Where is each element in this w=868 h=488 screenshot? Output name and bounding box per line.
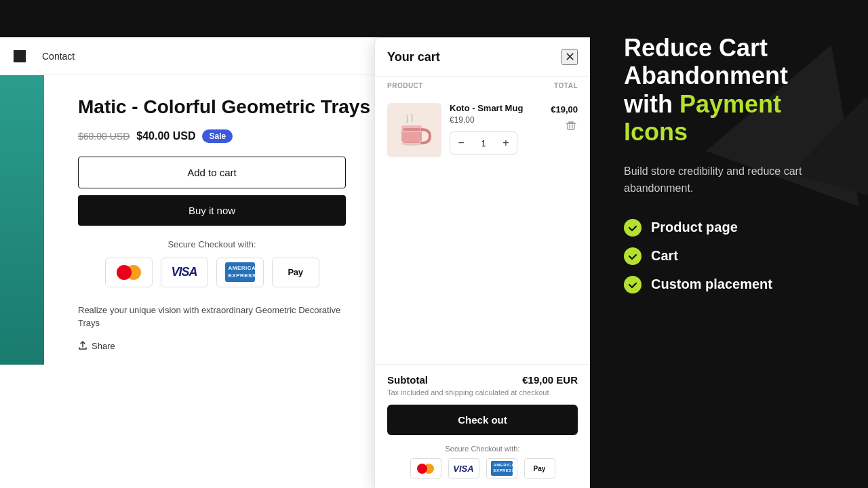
cart-amex-box: AMERICANEXPRESS <box>491 461 513 476</box>
cart-amex-icon: AMERICANEXPRESS <box>486 458 517 479</box>
amex-icon: AMERICANEXPRESS <box>216 258 264 287</box>
cart-item: Koto - Smart Mug €19,00 − 1 + €19,00 <box>375 95 590 165</box>
promo-headline-line1: Reduce Cart <box>624 34 768 62</box>
sale-price: $40.00 USD <box>136 130 195 142</box>
qty-value: 1 <box>472 138 495 148</box>
feature-list: Product page Cart Custom placement <box>624 219 841 293</box>
check-icon-cart <box>624 247 642 265</box>
cart-title: Your cart <box>387 50 440 64</box>
feature-item-custom: Custom placement <box>624 276 841 293</box>
check-icon-product-page <box>624 219 642 237</box>
mastercard-icon <box>105 258 153 287</box>
amex-box: AMERICANEXPRESS <box>225 262 255 282</box>
store-logo-icon <box>14 50 26 62</box>
cart-item-image <box>387 103 441 157</box>
promo-headline-line3-with: with <box>624 90 679 118</box>
payment-icons-row: VISA AMERICANEXPRESS Pay <box>78 258 346 287</box>
checkout-button[interactable]: Check out <box>387 405 578 435</box>
cart-visa-icon: VISA <box>448 458 479 479</box>
teal-accent <box>0 75 44 365</box>
cart-item-right: €19,00 <box>551 103 578 134</box>
share-button[interactable]: Share <box>78 341 115 351</box>
cart-mastercard-icon <box>410 458 441 479</box>
store-panel: Contact Matic - Colorful Geometric Tray <box>0 0 590 488</box>
feature-label-product-page: Product page <box>651 220 738 235</box>
cart-item-total: €19,00 <box>551 103 578 115</box>
subtotal-row: Subtotal €19,00 EUR <box>387 374 578 386</box>
original-price: $60.00 USD <box>78 131 130 142</box>
cart-item-name: Koto - Smart Mug <box>450 103 523 113</box>
cart-item-details: Koto - Smart Mug €19,00 − 1 + <box>450 103 523 155</box>
feature-label-cart: Cart <box>651 248 678 264</box>
cart-apple-pay-text: Pay <box>534 465 546 472</box>
top-bar <box>0 0 590 37</box>
promo-subtext: Build store credibility and reduce cart … <box>624 163 841 197</box>
subtotal-label: Subtotal <box>387 374 428 386</box>
cart-secure-label: Secure Checkout with: <box>387 445 578 453</box>
svg-rect-7 <box>403 128 420 131</box>
mc-left-small <box>417 464 427 474</box>
visa-text: VISA <box>171 265 197 279</box>
product-description: Realize your unique vision with extraord… <box>78 304 346 330</box>
subtotal-value: €19,00 EUR <box>522 374 578 386</box>
cart-item-info: Koto - Smart Mug €19,00 − 1 + €19,00 <box>450 103 578 155</box>
cart-header: Your cart ✕ <box>375 38 590 77</box>
promo-headline: Reduce Cart Abandonment with Payment Ico… <box>624 34 841 146</box>
cart-columns: PRODUCT TOTAL <box>375 77 590 95</box>
delete-item-button[interactable] <box>564 119 578 134</box>
buy-it-now-button[interactable]: Buy it now <box>78 195 346 226</box>
feature-item-product-page: Product page <box>624 219 841 237</box>
nav-left: Contact <box>14 50 75 62</box>
mc-circle-left <box>117 265 132 280</box>
nav-contact-link[interactable]: Contact <box>42 51 75 62</box>
qty-increase-button[interactable]: + <box>495 132 517 154</box>
visa-icon: VISA <box>161 258 208 287</box>
feature-item-cart: Cart <box>624 247 841 265</box>
cart-close-button[interactable]: ✕ <box>561 49 578 65</box>
apple-pay-text: Pay <box>288 267 302 277</box>
promo-highlight-icons: Icons <box>624 118 688 146</box>
tax-note: Tax included and shipping calculated at … <box>387 388 578 396</box>
add-to-cart-button[interactable]: Add to cart <box>78 157 346 188</box>
svg-point-8 <box>401 142 422 146</box>
cart-item-price: €19,00 <box>450 115 523 125</box>
cart-payment-icons: VISA AMERICANEXPRESS Pay <box>387 458 578 479</box>
promo-panel: Reduce Cart Abandonment with Payment Ico… <box>590 0 868 488</box>
feature-label-custom: Custom placement <box>651 277 772 292</box>
qty-decrease-button[interactable]: − <box>450 132 472 154</box>
share-label: Share <box>92 341 115 351</box>
promo-highlight-payment: Payment <box>679 90 781 118</box>
qty-control: − 1 + <box>450 131 517 155</box>
secure-checkout-label: Secure Checkout with: <box>78 239 346 249</box>
svg-rect-9 <box>568 123 574 129</box>
cart-footer: Subtotal €19,00 EUR Tax included and shi… <box>375 364 590 488</box>
sale-badge: Sale <box>202 129 233 143</box>
check-icon-custom <box>624 276 642 293</box>
col-product: PRODUCT <box>387 82 423 89</box>
cart-drawer: Your cart ✕ PRODUCT TOTAL <box>374 37 590 488</box>
cart-visa-text: VISA <box>453 464 473 474</box>
promo-headline-line2: Abandonment <box>624 62 788 89</box>
cart-item-header-row: Koto - Smart Mug €19,00 − 1 + €19,00 <box>450 103 578 155</box>
cart-apple-pay-icon: Pay <box>524 458 555 479</box>
col-total: TOTAL <box>554 82 578 89</box>
apple-pay-icon: Pay <box>272 258 319 287</box>
